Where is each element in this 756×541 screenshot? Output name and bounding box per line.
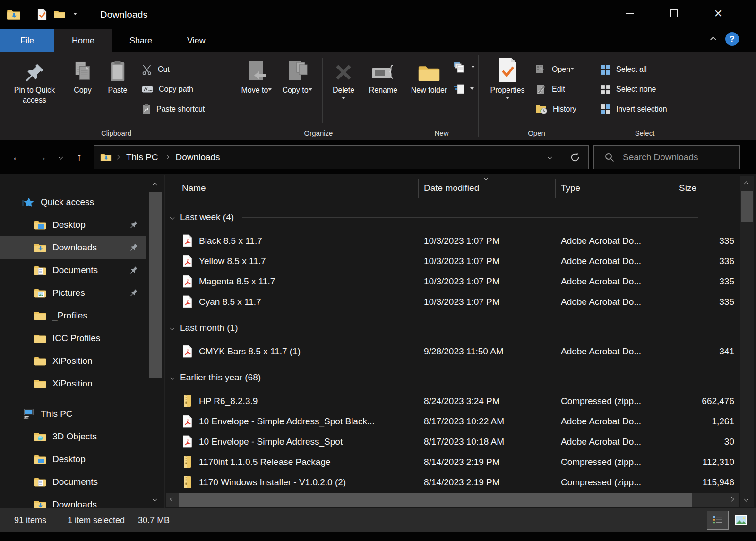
collapse-group-icon[interactable] bbox=[170, 215, 175, 220]
cut-button[interactable]: Cut bbox=[142, 60, 205, 79]
breadcrumb-downloads[interactable]: Downloads bbox=[176, 152, 220, 163]
scroll-down-icon[interactable] bbox=[744, 497, 749, 502]
file-row[interactable]: Yellow 8.5 x 11.7 10/3/2023 1:07 PM Adob… bbox=[165, 251, 742, 271]
file-row[interactable]: 10 Envelope - Simple Address_Spot Black.… bbox=[165, 411, 742, 431]
edit-button[interactable]: Edit bbox=[535, 79, 576, 99]
qat-properties-button[interactable] bbox=[34, 7, 51, 23]
column-header-size[interactable]: Size bbox=[673, 178, 734, 198]
group-header-last-month[interactable]: Last month (1) bbox=[165, 318, 742, 338]
group-header-earlier-this-year[interactable]: Earlier this year (68) bbox=[165, 367, 742, 388]
file-date: 10/3/2023 1:07 PM bbox=[424, 256, 561, 266]
vertical-scrollbar[interactable] bbox=[740, 176, 754, 507]
collapse-ribbon-button[interactable] bbox=[711, 36, 715, 43]
new-folder-button[interactable]: New folder bbox=[409, 56, 449, 95]
file-row[interactable]: Black 8.5 x 11.7 10/3/2023 1:07 PM Adobe… bbox=[165, 231, 742, 251]
copy-button[interactable]: Copy bbox=[67, 56, 98, 95]
sidebar-item-desktop[interactable]: Desktop bbox=[0, 214, 146, 236]
collapse-group-icon[interactable] bbox=[170, 375, 175, 380]
select-all-button[interactable]: Select all bbox=[600, 60, 667, 79]
help-button[interactable]: ? bbox=[725, 32, 739, 46]
file-type: Adobe Acrobat Do... bbox=[561, 256, 673, 266]
invert-selection-button[interactable]: Invert selection bbox=[600, 99, 667, 119]
file-row[interactable]: CMYK Bars 8.5 x 11.7 (1) 9/28/2023 11:50… bbox=[165, 341, 742, 361]
details-view-button[interactable] bbox=[707, 511, 729, 530]
back-button[interactable]: ← bbox=[8, 147, 26, 167]
pdf-file-icon bbox=[182, 275, 193, 288]
paste-button[interactable]: Paste bbox=[100, 56, 135, 95]
new-item-button[interactable] bbox=[454, 57, 475, 78]
sidebar-item-quick-access[interactable]: Quick access bbox=[0, 191, 146, 214]
sidebar-item-documents[interactable]: Documents bbox=[0, 259, 146, 282]
collapse-group-icon[interactable] bbox=[170, 326, 175, 330]
sidebar-item-profiles[interactable]: _Profiles bbox=[0, 304, 146, 327]
tab-view[interactable]: View bbox=[170, 29, 223, 52]
copy-path-button[interactable]: Copy path bbox=[142, 79, 205, 99]
file-row[interactable]: 1170 Windows Installer - V1.0.2.0 (2) 8/… bbox=[165, 472, 742, 492]
dropdown-caret-icon bbox=[342, 97, 345, 101]
tab-home[interactable]: Home bbox=[54, 29, 112, 52]
sidebar-item-icc-profiles[interactable]: ICC Profiles bbox=[0, 327, 146, 350]
rename-button[interactable]: Rename bbox=[363, 56, 404, 95]
sidebar-item-downloads-pc[interactable]: Downloads bbox=[0, 493, 146, 508]
sidebar-item-pictures[interactable]: Pictures bbox=[0, 282, 146, 304]
scroll-up-icon[interactable] bbox=[744, 182, 749, 187]
column-header-type[interactable]: Type bbox=[561, 178, 673, 198]
refresh-button[interactable] bbox=[561, 146, 588, 169]
large-icons-view-button[interactable] bbox=[731, 511, 751, 530]
file-row[interactable]: 1170int 1.1.0.5 Release Package 8/14/202… bbox=[165, 452, 742, 472]
address-dropdown-button[interactable] bbox=[538, 146, 561, 169]
sidebar-item-3d-objects[interactable]: 3D Objects bbox=[0, 425, 146, 448]
search-input[interactable] bbox=[623, 152, 731, 163]
pin-to-quick-access-button[interactable]: Pin to Quick access bbox=[4, 56, 65, 105]
move-to-button[interactable]: Move to bbox=[237, 56, 276, 95]
open-button[interactable]: Open bbox=[535, 60, 576, 79]
tab-file[interactable]: File bbox=[0, 29, 54, 52]
scroll-right-icon[interactable] bbox=[730, 497, 734, 502]
sidebar-item-xiposition-2[interactable]: XiPosition bbox=[0, 372, 146, 395]
scrollbar-thumb[interactable] bbox=[149, 192, 162, 378]
horizontal-scrollbar[interactable] bbox=[166, 493, 739, 507]
history-button[interactable]: History bbox=[535, 99, 576, 119]
file-row[interactable]: Magenta 8.5 x 11.7 10/3/2023 1:07 PM Ado… bbox=[165, 271, 742, 292]
sidebar-scrollbar[interactable] bbox=[149, 175, 162, 508]
sidebar-item-documents-pc[interactable]: Documents bbox=[0, 471, 146, 493]
sidebar-label: Documents bbox=[52, 265, 98, 275]
maximize-button[interactable] bbox=[659, 1, 689, 26]
file-row[interactable]: HP R6_8.2.3.9 8/24/2023 3:24 PM Compress… bbox=[165, 391, 742, 411]
minimize-button[interactable] bbox=[614, 1, 644, 26]
sidebar-label: XiPosition bbox=[52, 356, 93, 366]
copy-to-button[interactable]: Copy to bbox=[278, 56, 317, 95]
scrollbar-thumb[interactable] bbox=[179, 493, 692, 507]
file-row[interactable]: Cyan 8.5 x 11.7 10/3/2023 1:07 PM Adobe … bbox=[165, 292, 742, 312]
scroll-down-icon[interactable] bbox=[153, 497, 157, 502]
sidebar-item-desktop-pc[interactable]: Desktop bbox=[0, 448, 146, 471]
search-box[interactable] bbox=[593, 145, 740, 169]
group-header-last-week[interactable]: Last week (4) bbox=[165, 207, 742, 228]
breadcrumb-this-pc[interactable]: This PC bbox=[126, 152, 158, 163]
delete-button[interactable]: Delete bbox=[326, 56, 361, 101]
column-header-name[interactable]: Name bbox=[182, 178, 424, 198]
scroll-left-icon[interactable] bbox=[170, 497, 175, 502]
properties-button[interactable]: Properties bbox=[483, 56, 532, 101]
easy-access-button[interactable] bbox=[454, 78, 475, 100]
close-button[interactable]: × bbox=[703, 1, 733, 26]
tab-share[interactable]: Share bbox=[112, 29, 170, 52]
file-size: 115,946 bbox=[673, 477, 734, 488]
file-name: HP R6_8.2.3.9 bbox=[199, 396, 258, 406]
recent-locations-button[interactable] bbox=[53, 147, 68, 167]
sidebar-item-this-pc[interactable]: This PC bbox=[0, 403, 146, 425]
qat-new-folder-button[interactable] bbox=[51, 8, 69, 21]
scrollbar-thumb[interactable] bbox=[741, 191, 753, 222]
sidebar-item-xiposition[interactable]: XiPosition bbox=[0, 350, 146, 372]
address-bar[interactable]: This PC Downloads bbox=[94, 145, 589, 169]
paste-shortcut-button[interactable]: Paste shortcut bbox=[142, 99, 205, 119]
sidebar-item-downloads[interactable]: Downloads bbox=[0, 236, 146, 259]
up-button[interactable]: ↑ bbox=[70, 147, 89, 167]
qat-customize-chevron-icon[interactable] bbox=[73, 13, 77, 17]
column-header-date-modified[interactable]: Date modified bbox=[424, 178, 561, 198]
forward-button[interactable]: → bbox=[32, 147, 51, 167]
file-row[interactable]: 10 Envelope - Simple Address_Spot 8/17/2… bbox=[165, 431, 742, 452]
scroll-up-icon[interactable] bbox=[153, 183, 157, 188]
new-folder-icon bbox=[54, 10, 65, 19]
select-none-button[interactable]: Select none bbox=[600, 79, 667, 99]
